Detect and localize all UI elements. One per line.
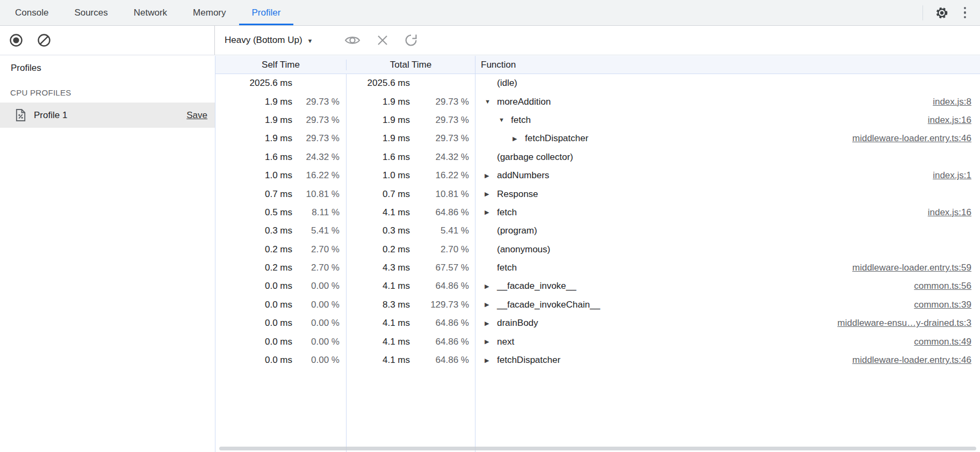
source-location-link[interactable]: middleware-loader.entry.ts:46 bbox=[852, 355, 980, 366]
source-location-link[interactable]: middleware-loader.entry.ts:59 bbox=[852, 263, 980, 273]
total-time-cell: 1.9 ms 29.73 % bbox=[346, 129, 475, 148]
expand-arrow-icon[interactable]: ▶ bbox=[485, 320, 497, 326]
self-time-percent: 0.00 % bbox=[292, 318, 340, 329]
focus-function-button[interactable] bbox=[344, 34, 361, 47]
expand-arrow-icon[interactable]: ▶ bbox=[485, 173, 497, 179]
expand-arrow-icon[interactable]: ▶ bbox=[485, 302, 497, 308]
total-time-cell: 4.3 ms 67.57 % bbox=[346, 259, 475, 277]
total-time-cell: 0.7 ms 10.81 % bbox=[346, 185, 475, 203]
profile-table-row[interactable]: 0.7 ms 10.81 % 0.7 ms 10.81 % ▶ Response bbox=[215, 185, 980, 203]
profile-table-row[interactable]: 1.6 ms 24.32 % 1.6 ms 24.32 % (garbage c… bbox=[215, 148, 980, 166]
function-name: fetch bbox=[497, 263, 517, 273]
self-time-ms: 0.3 ms bbox=[215, 225, 292, 236]
total-time-cell: 1.6 ms 24.32 % bbox=[346, 148, 475, 166]
more-options-button[interactable] bbox=[961, 5, 970, 21]
self-time-cell: 0.3 ms 5.41 % bbox=[215, 222, 346, 240]
tab-network[interactable]: Network bbox=[121, 0, 180, 25]
self-time-percent: 8.11 % bbox=[292, 207, 340, 218]
function-name: fetchDispatcher bbox=[497, 355, 560, 366]
tab-memory[interactable]: Memory bbox=[180, 0, 239, 25]
kebab-icon bbox=[964, 7, 967, 10]
tabbar-right-controls bbox=[923, 0, 980, 25]
total-time-percent: 64.86 % bbox=[410, 355, 469, 366]
profile-table-row[interactable]: 0.0 ms 0.00 % 4.1 ms 64.86 % ▶ next comm… bbox=[215, 332, 980, 351]
total-time-ms: 4.3 ms bbox=[347, 263, 410, 273]
self-time-ms: 1.6 ms bbox=[215, 152, 292, 163]
column-header-self-time[interactable]: Self Time bbox=[215, 60, 346, 70]
column-header-total-time[interactable]: Total Time bbox=[346, 60, 475, 70]
expand-arrow-icon[interactable]: ▶ bbox=[485, 283, 497, 289]
view-selector-dropdown[interactable]: Heavy (Bottom Up) ▼ bbox=[225, 35, 313, 46]
self-time-percent: 29.73 % bbox=[292, 97, 340, 107]
profile-list-item[interactable]: Profile 1 Save bbox=[0, 103, 215, 128]
profile-table-row[interactable]: 0.0 ms 0.00 % 4.1 ms 64.86 % ▶ drainBody… bbox=[215, 314, 980, 332]
cpu-profiles-section-label: CPU PROFILES bbox=[10, 88, 215, 97]
tab-console[interactable]: Console bbox=[2, 0, 61, 25]
source-location-link[interactable]: common.ts:49 bbox=[914, 337, 980, 347]
profile-table-row[interactable]: 1.9 ms 29.73 % 1.9 ms 29.73 % ▼ moreAddi… bbox=[215, 92, 980, 111]
expand-arrow-icon[interactable]: ▶ bbox=[485, 191, 497, 197]
profile-table-row[interactable]: 0.0 ms 0.00 % 8.3 ms 129.73 % ▶ __facade… bbox=[215, 296, 980, 314]
total-time-ms: 4.1 ms bbox=[347, 318, 410, 329]
expand-arrow-icon[interactable]: ▶ bbox=[485, 358, 497, 363]
self-time-ms: 0.0 ms bbox=[215, 337, 292, 347]
total-time-percent: 29.73 % bbox=[410, 97, 469, 107]
view-selector-label: Heavy (Bottom Up) bbox=[225, 35, 302, 46]
function-cell: ▶ fetchDispatcher middleware-loader.entr… bbox=[475, 351, 980, 369]
expand-arrow-icon[interactable]: ▶ bbox=[485, 209, 497, 215]
self-time-cell: 1.0 ms 16.22 % bbox=[215, 166, 346, 185]
exclude-function-button[interactable] bbox=[376, 34, 389, 47]
record-profile-button[interactable] bbox=[9, 33, 24, 48]
self-time-percent: 10.81 % bbox=[292, 189, 340, 200]
total-time-percent: 5.41 % bbox=[410, 225, 469, 236]
source-location-link[interactable]: common.ts:56 bbox=[914, 281, 980, 291]
self-time-percent: 0.00 % bbox=[292, 355, 340, 366]
source-location-link[interactable]: index.js:16 bbox=[928, 115, 980, 126]
column-header-function[interactable]: Function bbox=[475, 56, 980, 74]
self-time-cell: 0.2 ms 2.70 % bbox=[215, 240, 346, 259]
profile-table-row[interactable]: 0.2 ms 2.70 % 0.2 ms 2.70 % (anonymous) bbox=[215, 240, 980, 259]
profile-table-row[interactable]: 0.2 ms 2.70 % 4.3 ms 67.57 % fetch middl… bbox=[215, 259, 980, 277]
settings-button[interactable] bbox=[935, 6, 949, 20]
expand-arrow-icon[interactable]: ▼ bbox=[485, 99, 497, 105]
profile-table-row[interactable]: 1.0 ms 16.22 % 1.0 ms 16.22 % ▶ addNumbe… bbox=[215, 166, 980, 185]
profiler-toolbar: Heavy (Bottom Up) ▼ bbox=[0, 26, 980, 55]
tab-profiler[interactable]: Profiler bbox=[239, 0, 294, 25]
horizontal-scrollbar[interactable] bbox=[219, 447, 976, 450]
profile-table-row[interactable]: 2025.6 ms 2025.6 ms (idle) bbox=[215, 74, 980, 92]
self-time-ms: 0.7 ms bbox=[215, 189, 292, 200]
self-time-cell: 0.0 ms 0.00 % bbox=[215, 351, 346, 369]
devtools-tabbar: Console Sources Network Memory Profiler bbox=[0, 0, 980, 26]
total-time-ms: 1.0 ms bbox=[347, 170, 410, 181]
source-location-link[interactable]: middleware-ensu…y-drained.ts:3 bbox=[838, 318, 980, 329]
self-time-cell: 1.6 ms 24.32 % bbox=[215, 148, 346, 166]
function-name: drainBody bbox=[497, 318, 538, 329]
total-time-ms: 1.9 ms bbox=[347, 115, 410, 126]
source-location-link[interactable]: index.js:8 bbox=[933, 97, 980, 107]
profile-table-row[interactable]: 0.5 ms 8.11 % 4.1 ms 64.86 % ▶ fetch ind… bbox=[215, 203, 980, 222]
source-location-link[interactable]: middleware-loader.entry.ts:46 bbox=[852, 133, 980, 144]
save-profile-link[interactable]: Save bbox=[186, 110, 207, 121]
tab-sources[interactable]: Sources bbox=[61, 0, 120, 25]
profile-table-row[interactable]: 0.0 ms 0.00 % 4.1 ms 64.86 % ▶ __facade_… bbox=[215, 277, 980, 295]
expand-arrow-icon[interactable]: ▶ bbox=[513, 136, 525, 142]
profile-table-row[interactable]: 0.3 ms 5.41 % 0.3 ms 5.41 % (program) bbox=[215, 222, 980, 240]
total-time-percent: 10.81 % bbox=[410, 189, 469, 200]
source-location-link[interactable]: index.js:16 bbox=[928, 207, 980, 218]
profile-table-row[interactable]: 1.9 ms 29.73 % 1.9 ms 29.73 % ▼ fetch in… bbox=[215, 111, 980, 129]
total-time-ms: 1.9 ms bbox=[347, 133, 410, 144]
self-time-cell: 0.0 ms 0.00 % bbox=[215, 314, 346, 332]
grid-empty-area bbox=[215, 369, 980, 452]
self-time-percent: 0.00 % bbox=[292, 281, 340, 291]
clear-icon bbox=[37, 33, 52, 48]
source-location-link[interactable]: index.js:1 bbox=[933, 170, 980, 181]
function-name: (program) bbox=[497, 225, 537, 236]
restore-functions-button[interactable] bbox=[404, 33, 418, 47]
clear-profiles-button[interactable] bbox=[37, 33, 52, 48]
expand-arrow-icon[interactable]: ▶ bbox=[485, 339, 497, 345]
profile-table-row[interactable]: 1.9 ms 29.73 % 1.9 ms 29.73 % ▶ fetchDis… bbox=[215, 129, 980, 148]
profile-table-row[interactable]: 0.0 ms 0.00 % 4.1 ms 64.86 % ▶ fetchDisp… bbox=[215, 351, 980, 369]
self-time-cell: 1.9 ms 29.73 % bbox=[215, 129, 346, 148]
expand-arrow-icon[interactable]: ▼ bbox=[499, 117, 511, 123]
source-location-link[interactable]: common.ts:39 bbox=[914, 300, 980, 310]
